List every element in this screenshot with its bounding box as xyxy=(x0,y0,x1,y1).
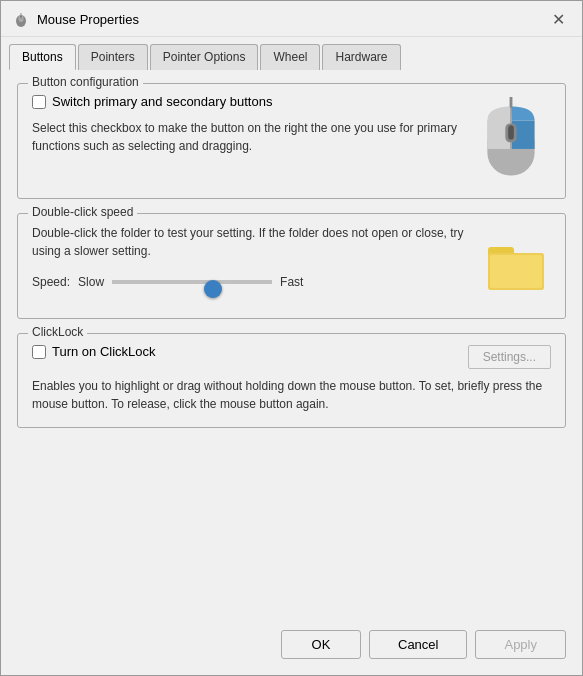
tab-pointers[interactable]: Pointers xyxy=(78,44,148,70)
tab-buttons[interactable]: Buttons xyxy=(9,44,76,70)
cancel-button[interactable]: Cancel xyxy=(369,630,467,659)
switch-buttons-row: Switch primary and secondary buttons xyxy=(32,94,461,109)
click-lock-title: ClickLock xyxy=(28,325,87,339)
tab-wheel[interactable]: Wheel xyxy=(260,44,320,70)
double-click-desc: Double-click the folder to test your set… xyxy=(32,224,471,260)
click-lock-group: ClickLock Turn on ClickLock Settings... … xyxy=(17,333,566,428)
folder-image[interactable] xyxy=(481,224,551,304)
ok-button[interactable]: OK xyxy=(281,630,361,659)
click-lock-checkbox[interactable] xyxy=(32,345,46,359)
switch-buttons-label[interactable]: Switch primary and secondary buttons xyxy=(52,94,272,109)
button-config-title: Button configuration xyxy=(28,75,143,89)
speed-slider[interactable] xyxy=(112,280,272,284)
button-config-group: Button configuration Switch primary and … xyxy=(17,83,566,199)
button-config-desc: Select this checkbox to make the button … xyxy=(32,119,461,155)
click-lock-settings-button[interactable]: Settings... xyxy=(468,345,551,369)
speed-slow-label: Slow xyxy=(78,275,104,289)
tab-content: Button configuration Switch primary and … xyxy=(1,69,582,620)
folder-svg-icon xyxy=(486,237,546,292)
speed-label: Speed: xyxy=(32,275,70,289)
click-lock-label[interactable]: Turn on ClickLock xyxy=(52,344,156,359)
tab-pointer-options[interactable]: Pointer Options xyxy=(150,44,259,70)
footer: OK Cancel Apply xyxy=(1,620,582,675)
window-title: Mouse Properties xyxy=(37,12,139,27)
click-lock-desc: Enables you to highlight or drag without… xyxy=(32,377,551,413)
apply-button[interactable]: Apply xyxy=(475,630,566,659)
tab-hardware[interactable]: Hardware xyxy=(322,44,400,70)
close-button[interactable]: ✕ xyxy=(546,8,570,32)
mouse-image xyxy=(471,94,551,184)
svg-rect-12 xyxy=(490,255,542,288)
switch-buttons-checkbox[interactable] xyxy=(32,95,46,109)
mouse-title-icon xyxy=(13,12,29,28)
tab-bar: Buttons Pointers Pointer Options Wheel H… xyxy=(1,37,582,69)
speed-fast-label: Fast xyxy=(280,275,303,289)
double-click-title: Double-click speed xyxy=(28,205,137,219)
svg-point-3 xyxy=(20,15,21,17)
mouse-svg-icon xyxy=(476,97,546,182)
mouse-properties-window: Mouse Properties ✕ Buttons Pointers Poin… xyxy=(0,0,583,676)
double-click-group: Double-click speed Double-click the fold… xyxy=(17,213,566,319)
title-bar: Mouse Properties ✕ xyxy=(1,1,582,37)
svg-rect-8 xyxy=(508,125,514,139)
click-lock-row: Turn on ClickLock xyxy=(32,344,156,359)
